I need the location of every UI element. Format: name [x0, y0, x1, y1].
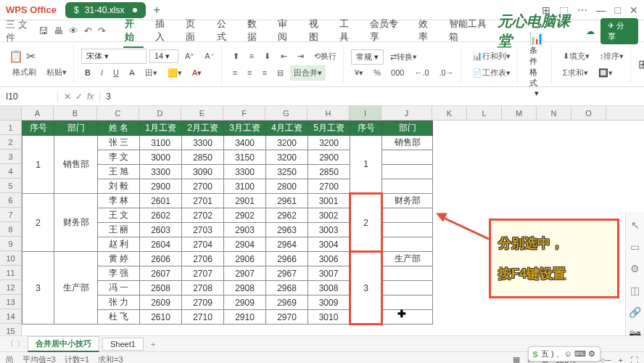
merge-left-icon[interactable]: ⊟ — [273, 66, 287, 80]
tab-insert[interactable]: 插入 — [154, 15, 174, 48]
increase-font-icon[interactable]: A⁺ — [181, 49, 198, 63]
fx-icon[interactable]: fx — [87, 91, 94, 102]
increase-decimal-icon[interactable]: ←.0 — [410, 66, 432, 79]
currency-icon[interactable]: ¥▾ — [351, 66, 367, 80]
row-header[interactable]: 8 — [0, 222, 21, 237]
underline-button[interactable]: U — [110, 66, 123, 79]
indent-right-icon[interactable]: ⇥ — [294, 49, 307, 63]
col-header[interactable]: J — [381, 106, 432, 120]
sum-button[interactable]: Σ求和▾ — [559, 65, 592, 81]
tab-formula[interactable]: 公式 — [215, 15, 236, 48]
align-center-icon[interactable]: ≡ — [244, 66, 255, 79]
col-header[interactable]: F — [223, 106, 265, 120]
strike-button[interactable]: A̶ — [125, 66, 139, 80]
tab-smart[interactable]: 智能工具箱 — [447, 15, 495, 48]
chart-icon[interactable]: ◫ — [630, 285, 640, 296]
view-normal-icon[interactable]: ▦ — [513, 355, 520, 363]
align-top-icon[interactable]: ⬆ — [229, 49, 243, 63]
cut-icon[interactable]: ✂ — [26, 49, 36, 63]
formula-input[interactable]: 3 — [100, 91, 644, 102]
col-header[interactable]: B — [54, 106, 97, 120]
wrap-button[interactable]: ⟲换行 — [310, 49, 340, 64]
ime-toolbar[interactable]: S 五 ) 、☺ ⌨ ⚙ — [528, 346, 600, 362]
tab-tools[interactable]: 工具 — [338, 15, 358, 48]
bold-button[interactable]: B — [81, 66, 94, 79]
sheet-tab[interactable]: Sheet1 — [102, 338, 144, 351]
paste-button[interactable]: 粘贴▾ — [43, 65, 70, 80]
add-sheet-button[interactable]: + — [146, 340, 160, 348]
undo-icon[interactable]: ↶ — [84, 25, 92, 36]
fill-button[interactable]: ⬇填充▾ — [559, 49, 593, 64]
fill-color-button[interactable]: 🟨▾ — [164, 66, 186, 80]
copy-icon[interactable]: 📋 — [9, 49, 23, 63]
zoom-in-button[interactable]: + — [619, 356, 623, 364]
row-header[interactable]: 10 — [0, 251, 21, 266]
sheet-prev-button[interactable]: 〈 — [6, 338, 14, 349]
print-icon[interactable]: 🖶 — [54, 25, 63, 36]
row-header[interactable]: 11 — [0, 266, 21, 280]
row-header[interactable]: 15 — [0, 324, 21, 335]
preview-icon[interactable]: 👁 — [69, 25, 78, 36]
row-header[interactable]: 12 — [0, 280, 21, 295]
camera-icon[interactable]: 📷 — [629, 328, 641, 335]
share-button[interactable]: ✈ 分享 — [600, 18, 638, 44]
row-header[interactable]: 2 — [0, 135, 21, 150]
cells-area[interactable]: 序号部门姓 名1月工资2月工资3月工资4月工资5月工资序号部门1销售部张 三31… — [22, 121, 644, 335]
tab-data[interactable]: 数据 — [246, 15, 266, 48]
style-icon[interactable]: ▭ — [630, 241, 640, 253]
tab-start[interactable]: 开始 — [123, 15, 144, 48]
row-header[interactable]: 4 — [0, 164, 21, 179]
merge-button[interactable]: 田合并▾ — [290, 65, 326, 81]
col-header[interactable]: M — [502, 106, 537, 120]
sheet-tab[interactable]: 合并居中小技巧 — [28, 336, 99, 352]
row-header[interactable]: 9 — [0, 237, 21, 251]
italic-button[interactable]: I — [97, 66, 107, 79]
settings-icon[interactable]: ⚙ — [630, 263, 640, 274]
tab-review[interactable]: 审阅 — [276, 15, 297, 48]
row-header[interactable]: 7 — [0, 208, 21, 222]
select-all-corner[interactable] — [0, 106, 22, 120]
tab-efficiency[interactable]: 效率 — [417, 15, 437, 48]
number-format-select[interactable]: 常规 ▾ — [351, 49, 384, 65]
row-header[interactable]: 3 — [0, 150, 21, 164]
align-bottom-icon[interactable]: ⬇ — [260, 49, 274, 63]
row-header[interactable]: 1 — [0, 121, 21, 135]
redo-icon[interactable]: ↷ — [98, 25, 106, 36]
tab-view[interactable]: 视图 — [307, 15, 328, 48]
tab-vip[interactable]: 会员专享 — [368, 15, 407, 48]
name-box[interactable]: I10 — [0, 91, 58, 102]
font-size-select[interactable]: 14 ▾ — [149, 49, 178, 63]
comma-icon[interactable]: 000 — [387, 66, 408, 79]
fullscreen-icon[interactable]: ⛶ — [630, 356, 638, 364]
col-header[interactable]: C — [97, 106, 139, 120]
col-header[interactable]: E — [181, 106, 223, 120]
worksheet-button[interactable]: 📄工作表▾ — [468, 65, 514, 81]
font-color-button[interactable]: A▾ — [189, 66, 205, 80]
align-right-icon[interactable]: ≡ — [259, 66, 271, 79]
border-button[interactable]: 田▾ — [141, 65, 161, 81]
select-icon[interactable]: ↖ — [631, 219, 640, 231]
decrease-font-icon[interactable]: A⁻ — [201, 49, 218, 63]
sort-button[interactable]: ↕排序▾ — [596, 49, 628, 64]
col-header[interactable]: K — [432, 106, 467, 120]
sheet-next-button[interactable]: 〉 — [17, 338, 25, 349]
row-header[interactable]: 6 — [0, 193, 21, 208]
toolbox-icon[interactable]: ⊞ — [638, 57, 644, 71]
cloud-icon[interactable]: ☁ — [586, 26, 595, 36]
col-header[interactable]: I — [350, 106, 381, 120]
align-left-icon[interactable]: ≡ — [229, 66, 241, 79]
row-header[interactable]: 13 — [0, 295, 21, 309]
format-icon[interactable]: 🔲▾ — [595, 66, 616, 80]
save-icon[interactable]: 🖫 — [38, 25, 48, 36]
attach-icon[interactable]: 🔗 — [629, 306, 641, 318]
file-menu[interactable]: 三 文件 — [6, 18, 33, 44]
col-header[interactable]: H — [307, 106, 350, 120]
cancel-formula-icon[interactable]: ✕ — [64, 91, 71, 102]
indent-left-icon[interactable]: ⇤ — [277, 49, 291, 63]
percent-icon[interactable]: % — [370, 66, 384, 79]
tab-page[interactable]: 页面 — [184, 15, 205, 48]
row-header[interactable]: 14 — [0, 309, 21, 324]
decrease-decimal-icon[interactable]: .0→ — [436, 66, 458, 79]
col-header[interactable]: D — [139, 106, 181, 120]
font-name-select[interactable]: 宋体 ▾ — [81, 49, 146, 64]
